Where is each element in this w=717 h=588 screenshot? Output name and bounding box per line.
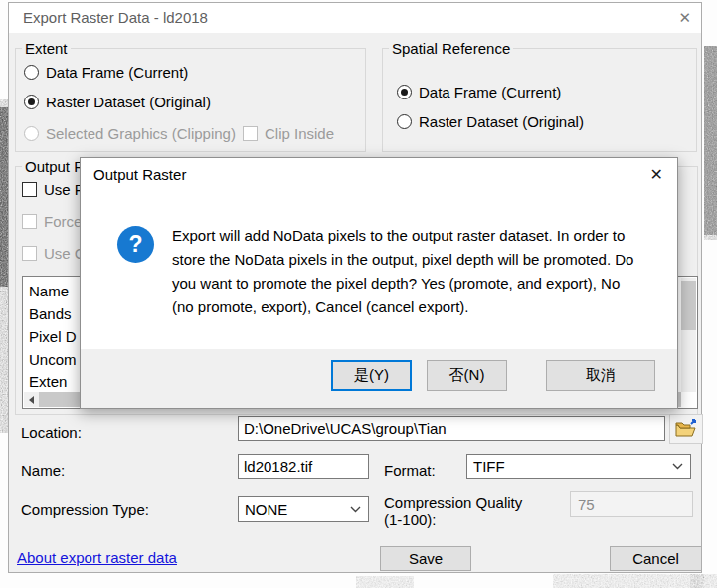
radio-label: Raster Dataset (Original) [419, 113, 584, 130]
extent-group: Extent Data Frame (Current) Raster Datas… [15, 48, 366, 152]
radio-selected-icon [24, 95, 39, 109]
radio-label: Raster Dataset (Original) [46, 94, 211, 110]
use-colormap-checkbox: Use C [22, 243, 86, 263]
scrollbar-thumb[interactable] [681, 281, 696, 330]
radio-icon [24, 65, 39, 80]
list-item: Pixel D [29, 327, 77, 347]
format-value: TIFF [473, 458, 505, 475]
radio-disabled-icon [24, 126, 39, 141]
cancel-button[interactable]: Cancel [610, 546, 702, 571]
compression-type-value: NONE [245, 501, 287, 518]
location-input[interactable] [238, 416, 665, 441]
modal-message: Export will add NoData pixels to the out… [172, 224, 639, 319]
desktop-background: Export Raster Data - ld2018 ✕ Extent Dat… [0, 0, 717, 588]
format-dropdown[interactable]: TIFF [466, 454, 691, 479]
checkbox-label: Force [44, 213, 82, 230]
radio-raster-dataset-extent[interactable]: Raster Dataset (Original) [24, 92, 211, 111]
modal-title: Output Raster [93, 158, 186, 192]
output-raster-message-dialog: Output Raster ✕ ? Export will add NoData… [80, 157, 678, 409]
radio-selected-graphics: Selected Graphics (Clipping) [24, 123, 236, 143]
location-label: Location: [21, 423, 82, 443]
compression-quality-label: Compression Quality (1-100): [384, 494, 522, 528]
list-item: Bands [29, 304, 72, 324]
checkbox-icon [22, 182, 37, 197]
compression-type-label: Compression Type: [21, 500, 149, 520]
list-item: Uncom [29, 350, 77, 370]
close-icon[interactable]: ✕ [678, 3, 691, 33]
yes-button[interactable]: 是(Y) [331, 360, 412, 391]
name-input[interactable] [238, 454, 369, 479]
question-mark-icon: ? [117, 226, 154, 263]
list-item: Exten [29, 372, 67, 392]
use-renderer-checkbox[interactable]: Use R [22, 179, 86, 199]
checkbox-icon [22, 214, 37, 229]
open-folder-icon [674, 419, 698, 439]
format-label: Format: [384, 461, 436, 481]
checkbox-icon [22, 246, 37, 261]
scroll-left-icon[interactable] [24, 392, 39, 407]
modal-cancel-button[interactable]: 取消 [546, 360, 655, 391]
radio-icon [397, 114, 412, 129]
name-label: Name: [21, 461, 65, 481]
compression-quality-input: 75 [570, 491, 693, 517]
spatial-reference-group: Spatial Reference Data Frame (Current) R… [382, 48, 697, 152]
checkbox-label: Clip Inside [265, 125, 334, 142]
radio-data-frame-spatial[interactable]: Data Frame (Current) [397, 82, 561, 101]
radio-label: Data Frame (Current) [46, 64, 188, 81]
no-button[interactable]: 否(N) [427, 360, 507, 391]
radio-label: Selected Graphics (Clipping) [46, 125, 236, 142]
browse-folder-button[interactable] [669, 414, 703, 444]
output-raster-group-label: Output R [22, 158, 88, 175]
radio-data-frame-extent[interactable]: Data Frame (Current) [24, 62, 188, 82]
chevron-down-icon [350, 506, 361, 513]
vertical-scrollbar[interactable] [681, 278, 696, 392]
compression-type-dropdown[interactable]: NONE [238, 496, 369, 522]
radio-selected-icon [397, 85, 412, 99]
list-item: Name [29, 282, 69, 301]
save-button[interactable]: Save [380, 546, 471, 571]
dialog-title: Export Raster Data - ld2018 [23, 3, 208, 33]
spatial-reference-group-label: Spatial Reference [389, 40, 513, 57]
dialog-titlebar: Export Raster Data - ld2018 ✕ [9, 3, 701, 33]
extent-group-label: Extent [22, 40, 71, 57]
chevron-down-icon [672, 463, 683, 470]
radio-raster-dataset-spatial[interactable]: Raster Dataset (Original) [397, 111, 584, 131]
force-rgb-checkbox: Force [22, 211, 82, 231]
close-icon[interactable]: ✕ [650, 158, 663, 192]
about-export-raster-data-link[interactable]: About export raster data [17, 549, 177, 566]
checkbox-icon [243, 126, 258, 141]
radio-label: Data Frame (Current) [419, 84, 561, 100]
clip-inside-checkbox: Clip Inside [243, 123, 334, 143]
